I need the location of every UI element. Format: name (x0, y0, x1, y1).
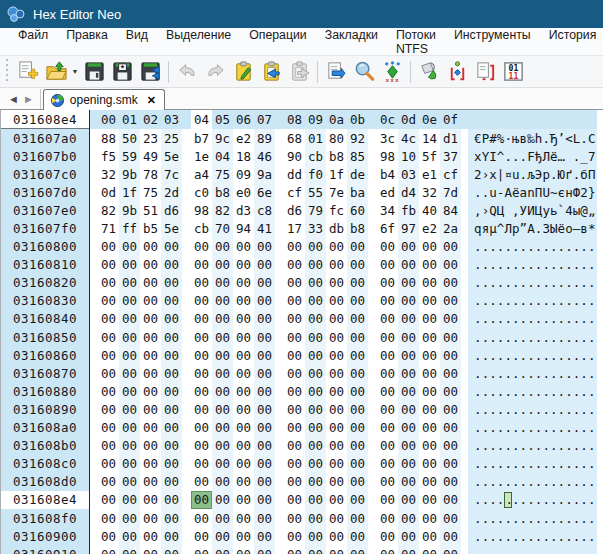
ascii-char[interactable]: . (504, 547, 512, 554)
hex-byte[interactable]: 79 (305, 201, 326, 219)
hex-byte[interactable]: 00 (440, 509, 461, 527)
ascii-char[interactable]: . (489, 311, 497, 326)
hex-byte[interactable]: 00 (398, 491, 419, 509)
hex-byte[interactable]: 00 (284, 364, 305, 382)
hex-byte[interactable]: 34 (377, 201, 398, 219)
hex-byte[interactable]: 00 (347, 292, 368, 310)
ascii-char[interactable]: . (489, 330, 497, 345)
hex-byte[interactable]: 00 (419, 527, 440, 545)
ascii-char[interactable]: . (512, 348, 520, 363)
hex-byte[interactable]: 00 (140, 545, 161, 554)
ascii-char[interactable]: . (588, 366, 596, 381)
ascii-char[interactable]: µ (489, 221, 497, 236)
hex-byte[interactable]: b8 (347, 219, 368, 237)
ascii-char[interactable]: . (558, 239, 566, 254)
row-address[interactable]: 031608a0 (1, 419, 89, 437)
ascii-char[interactable]: . (504, 456, 512, 471)
ascii-char[interactable]: . (482, 529, 490, 544)
ascii-char[interactable]: . (497, 293, 505, 308)
ascii-char[interactable]: . (520, 547, 528, 554)
hex-byte[interactable]: 00 (284, 328, 305, 346)
hex-byte[interactable]: b7 (191, 129, 212, 147)
edit-clipboard-button[interactable] (229, 58, 257, 86)
hex-byte[interactable]: 00 (140, 419, 161, 437)
hex-byte[interactable]: 00 (305, 274, 326, 292)
hex-byte[interactable]: 00 (377, 328, 398, 346)
ascii-char[interactable]: . (512, 456, 520, 471)
hex-byte[interactable]: 00 (233, 491, 254, 509)
ascii-char[interactable]: н (565, 185, 573, 200)
hex-byte[interactable]: 00 (377, 437, 398, 455)
ascii-char[interactable]: . (474, 492, 482, 507)
ascii-char[interactable]: . (588, 456, 596, 471)
hex-byte[interactable]: 00 (191, 256, 212, 274)
hex-byte[interactable]: 00 (377, 473, 398, 491)
ascii-char[interactable]: . (542, 330, 550, 345)
hex-byte[interactable]: 00 (98, 491, 119, 509)
hex-byte[interactable]: 04 (212, 147, 233, 165)
ascii-char[interactable]: Y (482, 149, 490, 164)
hex-byte[interactable]: 00 (161, 382, 182, 400)
open-file-button[interactable] (42, 58, 70, 86)
hex-byte[interactable]: 00 (419, 400, 440, 418)
hex-byte[interactable]: 50 (119, 129, 140, 147)
ascii-char[interactable]: . (504, 474, 512, 489)
row-address[interactable]: 03160840 (1, 310, 89, 328)
ascii-char[interactable]: . (558, 293, 566, 308)
ascii-char[interactable]: ђ (535, 149, 543, 164)
ascii-char[interactable]: . (489, 293, 497, 308)
ascii-char[interactable]: . (482, 348, 490, 363)
ascii-char[interactable]: . (504, 420, 512, 435)
hex-byte[interactable]: 00 (440, 400, 461, 418)
ascii-char[interactable]: . (558, 311, 566, 326)
hex-byte[interactable]: 00 (254, 419, 275, 437)
ascii-char[interactable]: . (542, 511, 550, 526)
ascii-char[interactable]: . (512, 474, 520, 489)
hex-byte[interactable]: 00 (212, 527, 233, 545)
ascii-char[interactable]: . (497, 348, 505, 363)
ascii-char[interactable]: . (580, 438, 588, 453)
hex-byte[interactable]: 00 (254, 274, 275, 292)
ascii-char[interactable]: › (482, 203, 490, 218)
hex-byte[interactable]: 00 (161, 346, 182, 364)
hex-byte[interactable]: 00 (377, 545, 398, 554)
ascii-char[interactable]: . (565, 511, 573, 526)
ascii-char[interactable]: . (474, 348, 482, 363)
hex-byte[interactable]: 00 (305, 455, 326, 473)
hex-byte[interactable]: 00 (140, 328, 161, 346)
ascii-char[interactable]: . (573, 293, 581, 308)
hex-byte[interactable]: 00 (98, 328, 119, 346)
ascii-char[interactable]: . (550, 420, 558, 435)
ascii-char[interactable]: . (580, 131, 588, 146)
hex-byte[interactable]: 00 (419, 346, 440, 364)
hex-byte[interactable]: 6f (377, 219, 398, 237)
ascii-char[interactable]: . (504, 492, 512, 508)
hex-byte[interactable]: 00 (161, 238, 182, 256)
ascii-char[interactable]: . (474, 185, 482, 200)
ascii-char[interactable]: . (474, 384, 482, 399)
ascii-char[interactable]: . (520, 239, 528, 254)
hex-byte[interactable]: 00 (233, 455, 254, 473)
ascii-char[interactable]: . (520, 456, 528, 471)
hex-byte[interactable]: 00 (377, 274, 398, 292)
find-button[interactable] (350, 58, 378, 86)
hex-byte[interactable]: 41 (254, 219, 275, 237)
ascii-char[interactable]: . (558, 366, 566, 381)
hex-byte[interactable]: 00 (161, 455, 182, 473)
hex-byte[interactable]: 00 (377, 364, 398, 382)
ascii-char[interactable]: . (542, 529, 550, 544)
hex-byte[interactable]: cf (440, 165, 461, 183)
ascii-char[interactable]: n (527, 185, 535, 200)
ascii-char[interactable]: y (542, 203, 550, 218)
hex-byte[interactable]: 00 (347, 274, 368, 292)
hex-byte[interactable]: 00 (191, 364, 212, 382)
hex-byte[interactable]: 00 (326, 364, 347, 382)
ascii-char[interactable]: U (542, 185, 550, 200)
hex-byte[interactable]: 00 (326, 419, 347, 437)
ascii-char[interactable]: а (520, 185, 528, 200)
ascii-char[interactable]: . (512, 420, 520, 435)
hex-byte[interactable]: 00 (161, 419, 182, 437)
ascii-char[interactable]: . (504, 311, 512, 326)
hex-byte[interactable]: 00 (254, 238, 275, 256)
ascii-char[interactable]: . (504, 149, 512, 164)
